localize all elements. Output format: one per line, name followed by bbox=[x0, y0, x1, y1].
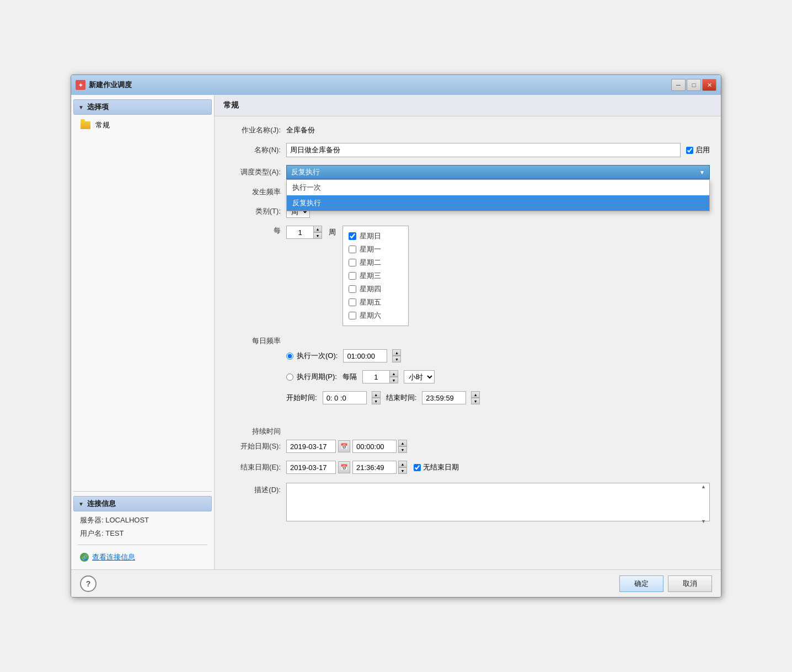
option-execute-once[interactable]: 执行一次 bbox=[287, 180, 709, 195]
desc-row: 描述(D): ▲ ▼ bbox=[226, 483, 710, 523]
thursday-checkbox[interactable] bbox=[349, 285, 356, 293]
execute-once-radio-label: 执行一次(O): bbox=[286, 351, 338, 361]
job-name-label: 作业名称(J): bbox=[226, 125, 286, 135]
interval-decrement-btn[interactable]: ▼ bbox=[389, 377, 398, 383]
enable-checkbox-wrapper: 启用 bbox=[686, 145, 710, 155]
execute-period-radio[interactable] bbox=[286, 374, 293, 381]
schedule-type-btn[interactable]: 反复执行 ▼ bbox=[286, 165, 710, 179]
daily-frequency-section: 每日频率 执行一次(O): bbox=[226, 330, 710, 418]
enable-checkbox[interactable] bbox=[686, 147, 693, 154]
maximize-button[interactable]: □ bbox=[687, 79, 701, 91]
start-datetime-increment-btn[interactable]: ▲ bbox=[398, 440, 407, 446]
sidebar-section-title: 选择项 bbox=[87, 102, 109, 112]
start-date-input[interactable] bbox=[286, 440, 336, 453]
start-datetime-decrement-btn[interactable]: ▼ bbox=[398, 446, 407, 453]
desc-textarea[interactable] bbox=[286, 483, 710, 521]
daily-freq-title: 每日频率 bbox=[226, 336, 286, 346]
view-connection-link[interactable]: 🔗 查看连接信息 bbox=[78, 550, 207, 565]
end-date-calendar-btn[interactable]: 📅 bbox=[338, 461, 350, 473]
every-week-row: 每 ▲ ▼ 周 bbox=[226, 226, 710, 326]
start-time-increment-btn[interactable]: ▲ bbox=[372, 391, 381, 398]
end-date-input[interactable] bbox=[286, 461, 336, 474]
window-title: 新建作业调度 bbox=[89, 80, 132, 90]
every-increment-btn[interactable]: ▲ bbox=[313, 226, 322, 232]
link-icon: 🔗 bbox=[80, 553, 89, 562]
description-section: 描述(D): ▲ ▼ bbox=[226, 483, 710, 523]
interval-input[interactable] bbox=[362, 370, 390, 383]
saturday-checkbox[interactable] bbox=[349, 312, 356, 319]
start-datetime-input[interactable] bbox=[352, 440, 397, 453]
desc-label: 描述(D): bbox=[226, 483, 286, 495]
execute-once-decrement-btn[interactable]: ▼ bbox=[392, 356, 401, 362]
connection-collapse-icon: ▼ bbox=[78, 501, 84, 507]
schedule-type-row: 调度类型(A): 反复执行 ▼ 执行一次 反复执行 bbox=[226, 165, 710, 179]
weekday-sunday: 星期日 bbox=[349, 230, 403, 243]
execute-once-time-spinbox-btns: ▲ ▼ bbox=[392, 349, 401, 362]
ok-button[interactable]: 确定 bbox=[619, 575, 663, 592]
start-date-calendar-btn[interactable]: 📅 bbox=[338, 440, 350, 452]
sidebar-section-header: ▼ 选择项 bbox=[73, 99, 212, 115]
weekday-thursday: 星期四 bbox=[349, 282, 403, 296]
every-spinbox-buttons: ▲ ▼ bbox=[313, 226, 322, 239]
category-label: 类别(T): bbox=[226, 206, 286, 216]
end-datetime-increment-btn[interactable]: ▲ bbox=[398, 461, 407, 467]
schedule-type-dropdown[interactable]: 反复执行 ▼ 执行一次 反复执行 bbox=[286, 165, 710, 179]
schedule-type-menu: 执行一次 反复执行 bbox=[286, 179, 710, 211]
monday-label: 星期一 bbox=[360, 244, 381, 254]
option-repeat[interactable]: 反复执行 bbox=[287, 195, 709, 211]
execute-once-increment-btn[interactable]: ▲ bbox=[392, 349, 401, 356]
close-button[interactable]: ✕ bbox=[702, 79, 716, 91]
start-time-decrement-btn[interactable]: ▼ bbox=[372, 398, 381, 404]
tuesday-label: 星期二 bbox=[360, 258, 381, 268]
footer-buttons: 确定 取消 bbox=[619, 575, 712, 592]
friday-checkbox[interactable] bbox=[349, 298, 356, 306]
end-datetime-spinbox-btns: ▲ ▼ bbox=[398, 461, 407, 474]
monday-checkbox[interactable] bbox=[349, 246, 356, 253]
every-decrement-btn[interactable]: ▼ bbox=[313, 232, 322, 239]
every-interval-prefix: 每隔 bbox=[343, 372, 357, 382]
no-end-label: 无结束日期 bbox=[423, 462, 459, 472]
sunday-checkbox[interactable] bbox=[349, 232, 356, 240]
wednesday-label: 星期三 bbox=[360, 271, 381, 281]
end-time-label: 结束时间: bbox=[386, 393, 417, 403]
weekday-tuesday: 星期二 bbox=[349, 256, 403, 269]
no-end-checkbox[interactable] bbox=[414, 464, 421, 471]
every-value-input[interactable] bbox=[286, 226, 314, 239]
execute-once-time-input[interactable] bbox=[343, 349, 387, 362]
weekdays-popup: 星期日 星期一 星期二 bbox=[343, 226, 409, 326]
help-button[interactable]: ? bbox=[80, 575, 97, 592]
interval-unit-select[interactable]: 小时 分钟 bbox=[404, 370, 435, 383]
cancel-button[interactable]: 取消 bbox=[668, 575, 712, 592]
start-time-spinbox-btns: ▲ ▼ bbox=[372, 391, 381, 404]
end-datetime-input[interactable] bbox=[352, 461, 397, 474]
end-datetime-decrement-btn[interactable]: ▼ bbox=[398, 467, 407, 474]
weekday-wednesday: 星期三 bbox=[349, 269, 403, 282]
dropdown-arrow-icon: ▼ bbox=[699, 169, 705, 175]
start-time-input[interactable] bbox=[323, 391, 367, 404]
folder-icon bbox=[80, 120, 91, 131]
start-datetime-spinbox-btns: ▲ ▼ bbox=[398, 440, 407, 453]
title-bar-left: ✦ 新建作业调度 bbox=[76, 80, 132, 90]
name-input[interactable] bbox=[286, 143, 681, 157]
thursday-label: 星期四 bbox=[360, 284, 381, 294]
minimize-button[interactable]: ─ bbox=[671, 79, 686, 91]
server-row: 服务器: LOCALHOST bbox=[78, 514, 207, 527]
user-label: 用户名: bbox=[80, 529, 104, 537]
execute-period-row: 执行周期(P): 每隔 ▲ ▼ bbox=[226, 370, 710, 383]
execute-once-label: 执行一次(O): bbox=[297, 351, 338, 361]
wednesday-checkbox[interactable] bbox=[349, 272, 356, 280]
tuesday-checkbox[interactable] bbox=[349, 259, 356, 266]
end-time-input[interactable] bbox=[422, 391, 466, 404]
name-label: 名称(N): bbox=[226, 145, 286, 155]
sidebar-item-general[interactable]: 常规 bbox=[73, 117, 212, 134]
interval-spinbox: ▲ ▼ bbox=[362, 370, 398, 383]
end-time-increment-btn[interactable]: ▲ bbox=[471, 391, 480, 398]
name-row: 名称(N): 启用 bbox=[226, 143, 710, 157]
connection-info: 服务器: LOCALHOST 用户名: TEST 🔗 查看连接信息 bbox=[73, 514, 212, 565]
execute-once-radio[interactable] bbox=[286, 353, 293, 360]
weekday-saturday: 星期六 bbox=[349, 309, 403, 322]
interval-increment-btn[interactable]: ▲ bbox=[389, 370, 398, 377]
end-time-decrement-btn[interactable]: ▼ bbox=[471, 398, 480, 404]
window-controls: ─ □ ✕ bbox=[671, 79, 716, 91]
enable-label: 启用 bbox=[695, 145, 710, 155]
